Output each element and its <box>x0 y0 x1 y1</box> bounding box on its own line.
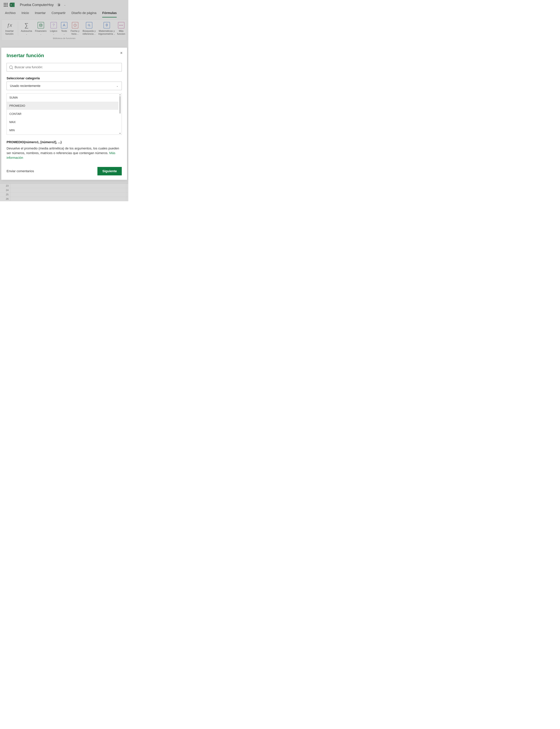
listbox-scrollbar[interactable]: ▲ ▼ <box>119 94 121 134</box>
send-feedback-link[interactable]: Enviar comentarios <box>7 169 34 173</box>
scroll-down-icon[interactable]: ▼ <box>119 133 121 134</box>
function-item[interactable]: PROMEDIO <box>7 102 118 110</box>
function-item[interactable]: MAX <box>7 118 118 126</box>
function-item[interactable]: CONTAR <box>7 110 118 118</box>
insert-function-dialog: ✕ Insertar función Seleccionar categoría… <box>1 48 127 180</box>
function-signature: PROMEDIO(número1, [número2], ...) <box>7 140 122 144</box>
function-item[interactable]: SUMA <box>7 94 118 102</box>
search-icon <box>9 66 13 69</box>
function-description: Devuelve el promedio (media aritmética) … <box>7 147 119 155</box>
search-function-field[interactable] <box>7 63 122 71</box>
category-value: Usado recientemente <box>10 84 40 88</box>
close-button[interactable]: ✕ <box>120 51 123 55</box>
function-item[interactable]: MIN <box>7 126 118 134</box>
scroll-up-icon[interactable]: ▲ <box>119 94 121 96</box>
scroll-thumb[interactable] <box>119 96 121 114</box>
function-listbox[interactable]: SUMA PROMEDIO CONTAR MAX MIN ▲ ▼ <box>7 93 122 135</box>
next-button[interactable]: Siguiente <box>97 167 122 175</box>
dialog-title: Insertar función <box>1 48 127 62</box>
chevron-down-icon: ⌄ <box>116 84 118 88</box>
search-input[interactable] <box>15 65 119 69</box>
category-select[interactable]: Usado recientemente ⌄ <box>7 82 122 90</box>
category-label: Seleccionar categoría <box>7 76 122 80</box>
